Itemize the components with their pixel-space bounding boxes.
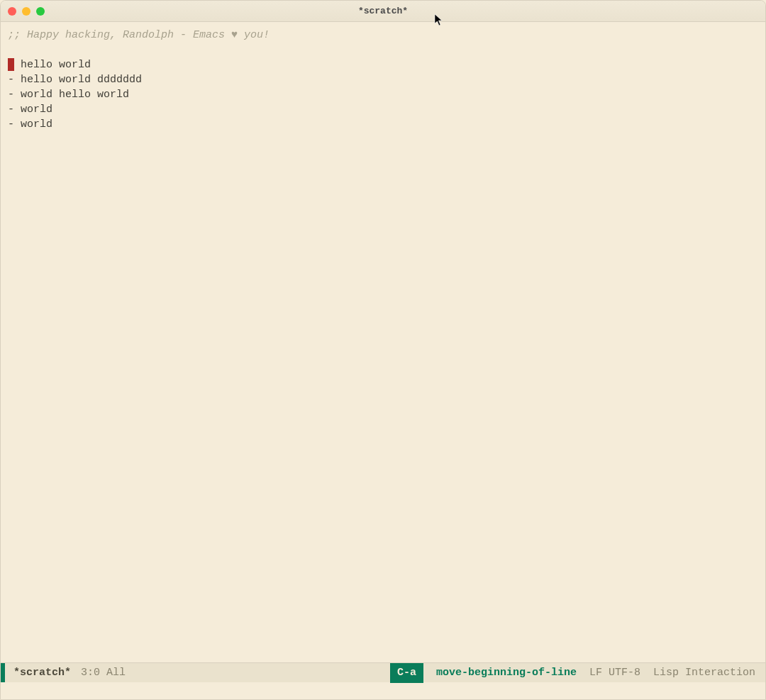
modeline: *scratch* 3:0 All C-a move-beginning-of-… — [1, 662, 765, 682]
line-text: hello world — [14, 59, 91, 71]
cursor-position: 3:0 — [81, 667, 100, 679]
command-name: move-beginning-of-line — [436, 667, 577, 679]
titlebar[interactable]: *scratch* — [1, 1, 765, 22]
modeline-left: *scratch* 3:0 All — [5, 667, 126, 679]
modeline-position: 3:0 All — [81, 667, 126, 679]
buffer-area[interactable]: ;; Happy hacking, Randolph - Emacs ♥ you… — [1, 22, 765, 662]
buffer-line: - world hello world — [8, 87, 758, 102]
modeline-buffer-name[interactable]: *scratch* — [13, 667, 71, 679]
buffer-line: - hello world ddddddd — [8, 72, 758, 87]
maximize-icon[interactable] — [36, 7, 45, 16]
encoding-indicator[interactable]: LF UTF-8 — [589, 667, 640, 679]
close-icon[interactable] — [8, 7, 16, 16]
echo-area[interactable] — [1, 682, 765, 699]
window-title: *scratch* — [358, 6, 408, 16]
scroll-indicator: All — [106, 667, 126, 679]
scratch-comment: ;; Happy hacking, Randolph - Emacs ♥ you… — [8, 28, 758, 43]
buffer-line: - world — [8, 102, 758, 117]
emacs-window: *scratch* ;; Happy hacking, Randolph - E… — [0, 0, 766, 700]
buffer-line: hello world — [8, 57, 758, 72]
text-cursor — [8, 58, 14, 71]
buffer-line: - world — [8, 117, 758, 132]
keychord-indicator: C-a — [390, 663, 423, 683]
traffic-lights — [8, 7, 45, 16]
modeline-right: C-a move-beginning-of-line LF UTF-8 Lisp… — [390, 663, 765, 683]
minimize-icon[interactable] — [22, 7, 30, 16]
blank-line — [8, 43, 758, 57]
major-mode[interactable]: Lisp Interaction — [653, 667, 755, 679]
